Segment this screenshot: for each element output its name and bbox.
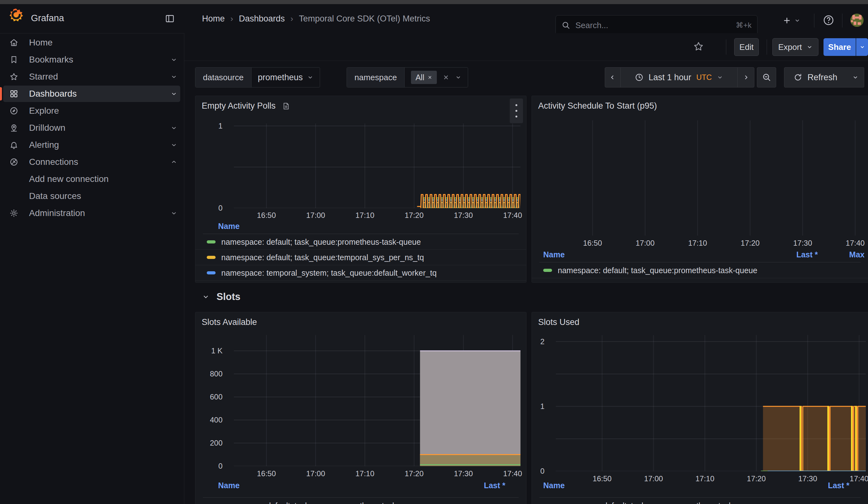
sidebar-item-dashboards[interactable]: Dashboards bbox=[0, 85, 184, 102]
sidebar-item-home[interactable]: Home bbox=[0, 34, 184, 51]
sidebar-item-starred[interactable]: Starred bbox=[0, 69, 184, 85]
sidebar-item-data-sources[interactable]: Data sources bbox=[0, 188, 184, 204]
grafana-logo-icon bbox=[9, 8, 23, 22]
panel-title[interactable]: Slots Available bbox=[202, 317, 257, 327]
zoom-out-button[interactable] bbox=[757, 67, 776, 88]
help-button[interactable] bbox=[823, 14, 834, 26]
search-input[interactable] bbox=[575, 20, 736, 31]
legend-header: Name Last * bbox=[532, 481, 868, 492]
chevron-down-icon[interactable] bbox=[170, 90, 177, 97]
legend-column-name[interactable]: Name bbox=[218, 481, 240, 490]
share-dropdown-button[interactable] bbox=[856, 38, 868, 56]
legend-column-max[interactable]: Max bbox=[849, 250, 865, 259]
breadcrumb-dashboards[interactable]: Dashboards bbox=[239, 14, 285, 24]
legend-row[interactable]: namespace: default; task_queue:prometheu… bbox=[195, 234, 526, 250]
y-axis-tick-label: 1 bbox=[540, 402, 545, 411]
clear-icon[interactable] bbox=[443, 74, 450, 81]
legend-label: namespace: default; task_queue:prometheu… bbox=[558, 501, 757, 504]
refresh-interval-dropdown[interactable] bbox=[847, 67, 864, 88]
time-shift-forward-button[interactable] bbox=[737, 67, 754, 88]
x-axis-tick-label: 17:00 bbox=[636, 239, 655, 248]
panel-title[interactable]: Slots Used bbox=[538, 317, 579, 327]
refresh-button[interactable]: Refresh bbox=[784, 67, 847, 88]
section-row-slots[interactable]: Slots bbox=[202, 290, 240, 304]
y-axis-tick-label: 0 bbox=[540, 467, 545, 475]
sidebar-item-bookmarks[interactable]: Bookmarks bbox=[0, 51, 184, 68]
legend-column-name[interactable]: Name bbox=[543, 481, 565, 490]
chevron-down-icon[interactable] bbox=[170, 56, 177, 63]
legend-column-name[interactable]: Name bbox=[218, 222, 240, 231]
edit-button[interactable]: Edit bbox=[734, 38, 759, 56]
section-title: Slots bbox=[217, 291, 240, 302]
legend-label: namespace: temporal_system; task_queue:d… bbox=[221, 268, 436, 278]
panel-title[interactable]: Empty Activity Polls bbox=[202, 101, 290, 111]
y-axis: 012 bbox=[532, 335, 550, 471]
sidebar-item-connections[interactable]: Connections bbox=[0, 154, 184, 170]
plus-icon bbox=[782, 16, 792, 25]
datasource-label: datasource bbox=[195, 68, 251, 87]
share-button[interactable]: Share bbox=[824, 38, 856, 56]
sidebar-item-explore[interactable]: Explore bbox=[0, 103, 184, 119]
chevron-down-icon[interactable] bbox=[170, 210, 177, 217]
panel-title[interactable]: Activity Schedule To Start (p95) bbox=[538, 101, 657, 111]
breadcrumb-home[interactable]: Home bbox=[202, 14, 225, 24]
time-shift-back-button[interactable] bbox=[605, 67, 621, 88]
legend-row[interactable]: namespace: default; task_queue:temporal_… bbox=[195, 250, 526, 265]
close-icon[interactable] bbox=[427, 75, 432, 80]
namespace-chip-all[interactable]: All bbox=[411, 71, 437, 84]
nav-divider bbox=[814, 13, 814, 28]
drilldown-icon bbox=[9, 123, 18, 132]
legend-label: namespace: default; task_queue:prometheu… bbox=[221, 237, 421, 247]
chart-empty-activity-polls[interactable] bbox=[234, 123, 520, 208]
breadcrumb-current: Temporal Core SDK (OTel) Metrics bbox=[299, 14, 430, 24]
x-axis-tick-label: 17:00 bbox=[306, 469, 325, 478]
legend-row[interactable]: namespace: temporal_system; task_queue:d… bbox=[195, 265, 526, 281]
legend: namespace: default; task_queue:prometheu… bbox=[195, 234, 526, 281]
legend-column-last[interactable]: Last * bbox=[484, 481, 505, 490]
sidebar-menu: Home Bookmarks Starred Dashboards Explor… bbox=[0, 33, 184, 286]
brand-title: Grafana bbox=[31, 13, 64, 23]
bookmark-icon bbox=[9, 55, 18, 64]
active-item-accent bbox=[0, 87, 2, 101]
legend-row[interactable]: namespace: default; task_queue:prometheu… bbox=[195, 498, 526, 504]
x-axis: 16:5017:0017:1017:2017:3017:40 bbox=[537, 239, 865, 249]
legend-column-last[interactable]: Last * bbox=[828, 481, 849, 490]
chevron-down-icon[interactable] bbox=[170, 124, 177, 131]
legend-column-name[interactable]: Name bbox=[543, 250, 565, 259]
panel-empty-activity-polls: Empty Activity Polls 01 16:5017:0017:101… bbox=[195, 96, 526, 282]
breadcrumb-separator: › bbox=[225, 14, 239, 24]
panel-description-icon[interactable] bbox=[282, 102, 290, 110]
add-menu-button[interactable] bbox=[782, 12, 800, 29]
export-button[interactable]: Export bbox=[772, 38, 818, 56]
chart-slots-used[interactable] bbox=[556, 335, 866, 471]
zoom-out-icon bbox=[762, 73, 772, 82]
sidebar-item-drilldown[interactable]: Drilldown bbox=[0, 120, 184, 136]
time-range-picker[interactable]: Last 1 hour UTC bbox=[620, 67, 738, 88]
datasource-value-dropdown[interactable]: prometheus bbox=[251, 68, 320, 87]
search-box[interactable]: ⌘+k bbox=[556, 15, 757, 35]
chart-slots-available[interactable] bbox=[234, 335, 520, 466]
chevron-down-icon[interactable] bbox=[170, 142, 177, 148]
legend-column-last[interactable]: Last * bbox=[796, 250, 818, 259]
sidebar-item-add-new-connection[interactable]: Add new connection bbox=[0, 171, 184, 187]
chevron-up-icon[interactable] bbox=[170, 158, 177, 165]
legend-row[interactable]: namespace: default; task_queue:prometheu… bbox=[532, 263, 868, 278]
avatar[interactable] bbox=[850, 13, 864, 27]
panel-menu-button[interactable] bbox=[510, 99, 523, 123]
chevron-down-icon[interactable] bbox=[170, 73, 177, 80]
sidebar-toggle-button[interactable] bbox=[165, 13, 175, 24]
toolbar-divider bbox=[726, 40, 726, 55]
grafana-logo[interactable] bbox=[9, 8, 23, 22]
chevron-left-icon bbox=[609, 74, 616, 81]
legend-row[interactable]: namespace: default; task_queue:prometheu… bbox=[532, 498, 868, 504]
chart-activity-schedule-to-start[interactable] bbox=[537, 120, 865, 236]
y-axis-tick-label: 400 bbox=[210, 415, 223, 424]
x-axis-tick-label: 17:30 bbox=[454, 469, 473, 478]
chevron-down-icon[interactable] bbox=[455, 74, 462, 81]
favorite-star-button[interactable] bbox=[693, 41, 704, 52]
x-axis-tick-label: 17:40 bbox=[503, 469, 522, 478]
window-top-strip bbox=[0, 0, 868, 4]
x-axis: 16:5017:0017:1017:2017:3017:40 bbox=[234, 211, 520, 222]
sidebar-item-administration[interactable]: Administration bbox=[0, 205, 184, 222]
sidebar-item-alerting[interactable]: Alerting bbox=[0, 137, 184, 153]
